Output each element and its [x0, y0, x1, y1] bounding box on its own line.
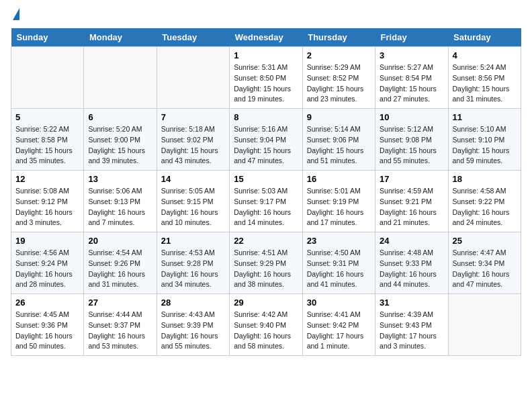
day-info: Sunrise: 4:51 AM Sunset: 9:29 PM Dayligh…	[234, 248, 298, 290]
calendar-week-row: 12Sunrise: 5:08 AM Sunset: 9:12 PM Dayli…	[11, 171, 521, 232]
calendar-cell	[448, 294, 521, 356]
day-number: 24	[380, 236, 443, 246]
day-info: Sunrise: 5:06 AM Sunset: 9:13 PM Dayligh…	[88, 186, 152, 228]
day-number: 23	[307, 236, 371, 246]
day-info: Sunrise: 4:48 AM Sunset: 9:33 PM Dayligh…	[380, 248, 443, 290]
calendar-header-saturday: Saturday	[448, 28, 521, 47]
day-number: 10	[380, 112, 443, 122]
calendar-cell: 30Sunrise: 4:41 AM Sunset: 9:42 PM Dayli…	[302, 294, 375, 356]
day-number: 13	[88, 174, 152, 184]
calendar-cell: 8Sunrise: 5:16 AM Sunset: 9:04 PM Daylig…	[230, 109, 302, 171]
logo-triangle-icon	[13, 8, 19, 20]
day-info: Sunrise: 5:22 AM Sunset: 8:58 PM Dayligh…	[15, 124, 79, 167]
day-number: 29	[234, 298, 298, 308]
calendar-week-row: 1Sunrise: 5:31 AM Sunset: 8:50 PM Daylig…	[11, 47, 521, 109]
day-number: 14	[161, 174, 225, 184]
day-number: 9	[307, 112, 371, 122]
day-info: Sunrise: 5:12 AM Sunset: 9:08 PM Dayligh…	[380, 124, 443, 167]
day-info: Sunrise: 5:08 AM Sunset: 9:12 PM Dayligh…	[15, 186, 79, 228]
calendar-cell: 2Sunrise: 5:29 AM Sunset: 8:52 PM Daylig…	[302, 47, 375, 109]
day-info: Sunrise: 4:41 AM Sunset: 9:42 PM Dayligh…	[307, 310, 371, 352]
day-number: 6	[88, 112, 152, 122]
calendar-header-row: SundayMondayTuesdayWednesdayThursdayFrid…	[11, 28, 521, 47]
calendar-cell: 25Sunrise: 4:47 AM Sunset: 9:34 PM Dayli…	[448, 232, 521, 294]
calendar-cell: 5Sunrise: 5:22 AM Sunset: 8:58 PM Daylig…	[11, 109, 84, 171]
day-number: 1	[234, 50, 298, 60]
calendar-header-monday: Monday	[84, 28, 157, 47]
calendar-cell	[157, 47, 229, 109]
calendar-header-tuesday: Tuesday	[157, 28, 229, 47]
day-number: 19	[15, 236, 79, 246]
day-info: Sunrise: 4:56 AM Sunset: 9:24 PM Dayligh…	[15, 248, 79, 290]
logo	[11, 11, 19, 20]
day-number: 17	[380, 174, 443, 184]
day-info: Sunrise: 4:58 AM Sunset: 9:22 PM Dayligh…	[453, 186, 517, 228]
day-number: 30	[307, 298, 371, 308]
day-number: 21	[161, 236, 225, 246]
calendar-cell: 16Sunrise: 5:01 AM Sunset: 9:19 PM Dayli…	[302, 171, 375, 232]
day-info: Sunrise: 5:14 AM Sunset: 9:06 PM Dayligh…	[307, 124, 371, 167]
calendar-header-sunday: Sunday	[11, 28, 84, 47]
day-number: 31	[380, 298, 443, 308]
calendar-cell: 27Sunrise: 4:44 AM Sunset: 9:37 PM Dayli…	[84, 294, 157, 356]
day-number: 22	[234, 236, 298, 246]
day-info: Sunrise: 4:53 AM Sunset: 9:28 PM Dayligh…	[161, 248, 225, 290]
day-number: 16	[307, 174, 371, 184]
day-info: Sunrise: 5:01 AM Sunset: 9:19 PM Dayligh…	[307, 186, 371, 228]
calendar-cell: 9Sunrise: 5:14 AM Sunset: 9:06 PM Daylig…	[302, 109, 375, 171]
day-info: Sunrise: 4:44 AM Sunset: 9:37 PM Dayligh…	[88, 310, 152, 352]
calendar-cell: 3Sunrise: 5:27 AM Sunset: 8:54 PM Daylig…	[375, 47, 448, 109]
day-info: Sunrise: 4:43 AM Sunset: 9:39 PM Dayligh…	[161, 310, 225, 352]
day-info: Sunrise: 5:18 AM Sunset: 9:02 PM Dayligh…	[161, 124, 225, 167]
day-number: 25	[453, 236, 517, 246]
day-number: 7	[161, 112, 225, 122]
calendar-cell: 18Sunrise: 4:58 AM Sunset: 9:22 PM Dayli…	[448, 171, 521, 232]
day-number: 26	[15, 298, 79, 308]
day-info: Sunrise: 5:03 AM Sunset: 9:17 PM Dayligh…	[234, 186, 298, 228]
calendar-cell	[11, 47, 84, 109]
day-info: Sunrise: 4:47 AM Sunset: 9:34 PM Dayligh…	[453, 248, 517, 290]
calendar-cell: 14Sunrise: 5:05 AM Sunset: 9:15 PM Dayli…	[157, 171, 229, 232]
day-info: Sunrise: 5:29 AM Sunset: 8:52 PM Dayligh…	[307, 62, 371, 105]
day-number: 8	[234, 112, 298, 122]
calendar-cell: 28Sunrise: 4:43 AM Sunset: 9:39 PM Dayli…	[157, 294, 229, 356]
calendar-cell: 7Sunrise: 5:18 AM Sunset: 9:02 PM Daylig…	[157, 109, 229, 171]
calendar-cell: 4Sunrise: 5:24 AM Sunset: 8:56 PM Daylig…	[448, 47, 521, 109]
calendar-week-row: 19Sunrise: 4:56 AM Sunset: 9:24 PM Dayli…	[11, 232, 521, 294]
day-info: Sunrise: 4:54 AM Sunset: 9:26 PM Dayligh…	[88, 248, 152, 290]
calendar-cell: 24Sunrise: 4:48 AM Sunset: 9:33 PM Dayli…	[375, 232, 448, 294]
calendar-cell: 13Sunrise: 5:06 AM Sunset: 9:13 PM Dayli…	[84, 171, 157, 232]
day-info: Sunrise: 5:31 AM Sunset: 8:50 PM Dayligh…	[234, 62, 298, 105]
day-number: 18	[453, 174, 517, 184]
calendar-cell: 20Sunrise: 4:54 AM Sunset: 9:26 PM Dayli…	[84, 232, 157, 294]
calendar-week-row: 5Sunrise: 5:22 AM Sunset: 8:58 PM Daylig…	[11, 109, 521, 171]
day-info: Sunrise: 4:50 AM Sunset: 9:31 PM Dayligh…	[307, 248, 371, 290]
calendar-cell: 21Sunrise: 4:53 AM Sunset: 9:28 PM Dayli…	[157, 232, 229, 294]
day-number: 4	[453, 50, 517, 60]
calendar-cell	[84, 47, 157, 109]
day-info: Sunrise: 5:10 AM Sunset: 9:10 PM Dayligh…	[453, 124, 517, 167]
day-number: 12	[15, 174, 79, 184]
day-number: 27	[88, 298, 152, 308]
day-info: Sunrise: 5:24 AM Sunset: 8:56 PM Dayligh…	[453, 62, 517, 105]
day-number: 2	[307, 50, 371, 60]
calendar-cell: 1Sunrise: 5:31 AM Sunset: 8:50 PM Daylig…	[230, 47, 302, 109]
calendar-cell: 19Sunrise: 4:56 AM Sunset: 9:24 PM Dayli…	[11, 232, 84, 294]
calendar-header-thursday: Thursday	[302, 28, 375, 47]
calendar-cell: 11Sunrise: 5:10 AM Sunset: 9:10 PM Dayli…	[448, 109, 521, 171]
calendar-header-friday: Friday	[375, 28, 448, 47]
day-number: 11	[453, 112, 517, 122]
day-info: Sunrise: 4:42 AM Sunset: 9:40 PM Dayligh…	[234, 310, 298, 352]
day-info: Sunrise: 5:05 AM Sunset: 9:15 PM Dayligh…	[161, 186, 225, 228]
day-info: Sunrise: 4:59 AM Sunset: 9:21 PM Dayligh…	[380, 186, 443, 228]
day-info: Sunrise: 5:16 AM Sunset: 9:04 PM Dayligh…	[234, 124, 298, 167]
calendar-cell: 10Sunrise: 5:12 AM Sunset: 9:08 PM Dayli…	[375, 109, 448, 171]
calendar-cell: 22Sunrise: 4:51 AM Sunset: 9:29 PM Dayli…	[230, 232, 302, 294]
calendar-table: SundayMondayTuesdayWednesdayThursdayFrid…	[11, 28, 521, 356]
calendar-cell: 15Sunrise: 5:03 AM Sunset: 9:17 PM Dayli…	[230, 171, 302, 232]
day-number: 5	[15, 112, 79, 122]
calendar-cell: 31Sunrise: 4:39 AM Sunset: 9:43 PM Dayli…	[375, 294, 448, 356]
calendar-week-row: 26Sunrise: 4:45 AM Sunset: 9:36 PM Dayli…	[11, 294, 521, 356]
day-info: Sunrise: 4:39 AM Sunset: 9:43 PM Dayligh…	[380, 310, 443, 352]
calendar-cell: 29Sunrise: 4:42 AM Sunset: 9:40 PM Dayli…	[230, 294, 302, 356]
